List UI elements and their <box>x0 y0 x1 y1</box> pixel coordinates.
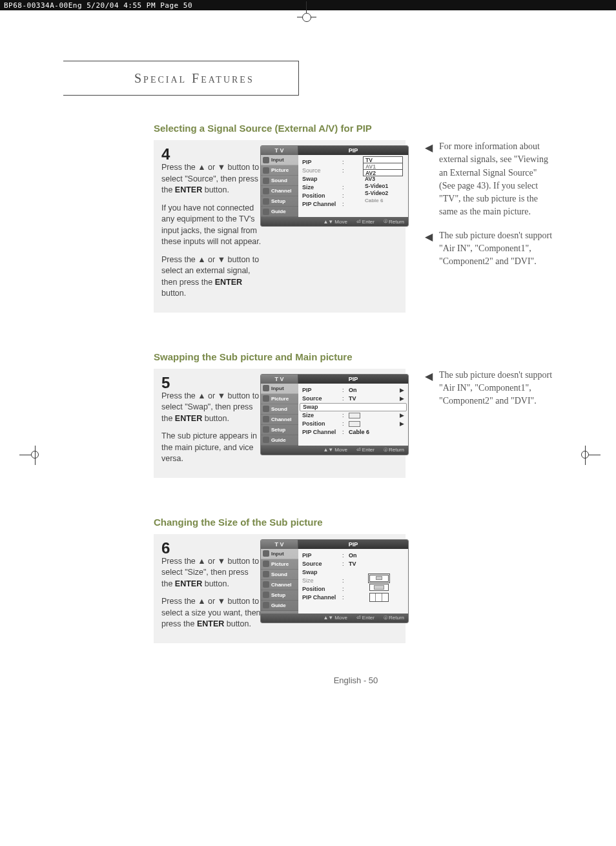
step-5-text-2: The sub picture appears in the main pict… <box>161 431 262 465</box>
step-6-text-2: Press the ▲ or ▼ button to select a size… <box>161 596 262 630</box>
chapter-header-box: Special Features <box>63 61 299 96</box>
osd-footer: ▲▼ Move ⏎ Enter ⦾ Return <box>261 217 408 226</box>
page-number-footer: English - 50 <box>154 656 558 685</box>
note-arrow-icon: ◀ <box>425 140 433 219</box>
step-4-text-1: Press the ▲ or ▼ button to select "Sourc… <box>161 162 262 196</box>
step-number-6: 6 <box>161 541 262 556</box>
size-option-small-icon <box>369 575 389 582</box>
step-5-text-1: Press the ▲ or ▼ button to select "Swap"… <box>161 391 262 425</box>
note-sub-unsupported-1: ◀ The sub picture doesn't support "Air I… <box>425 229 554 269</box>
osd-screenshot-swap: T V PIP Input Picture Sound Channel Setu… <box>260 374 409 455</box>
osd-screenshot-size: T V PIP Input Picture Sound Channel Setu… <box>260 539 409 623</box>
note-arrow-icon: ◀ <box>425 229 433 269</box>
note-external-signals: ◀ For more information about external si… <box>425 140 554 219</box>
chapter-title: Special Features <box>63 71 254 86</box>
step-6-text-1: Press the ▲ or ▼ button to select "Size"… <box>161 556 262 590</box>
step-number-4: 4 <box>161 147 262 162</box>
size-option-triple-icon <box>369 593 389 602</box>
osd-size-options <box>369 575 389 602</box>
section-heading-size: Changing the Size of the Sub picture <box>154 517 558 528</box>
section-heading-source: Selecting a Signal Source (External A/V)… <box>154 123 558 134</box>
osd-tab-pip: PIP <box>298 146 408 155</box>
step-number-5: 5 <box>161 375 262 391</box>
size-option-large-icon <box>369 584 389 591</box>
note-sub-unsupported-2: ◀ The sub picture doesn't support "Air I… <box>425 369 554 408</box>
osd-sidebar: Input Picture Sound Channel Setup Guide <box>261 155 298 217</box>
step-4-text-3: Press the ▲ or ▼ button to select an ext… <box>161 254 262 300</box>
osd-screenshot-source: T V PIP Input Picture Sound Channel Setu… <box>260 145 409 227</box>
step-4-block: 4 Press the ▲ or ▼ button to select "Sou… <box>154 140 406 313</box>
note-arrow-icon: ◀ <box>425 369 433 408</box>
osd-source-list: TV AV1 AV2 AV3 S-Video1 S-Video2 Cable 6 <box>363 156 403 204</box>
step-4-text-2: If you have not connected any equipment … <box>161 203 262 248</box>
step-6-block: 6 Press the ▲ or ▼ button to select "Siz… <box>154 534 406 643</box>
osd-tab-tv: T V <box>261 146 298 155</box>
step-5-block: 5 Press the ▲ or ▼ button to select "Swa… <box>154 369 406 478</box>
section-heading-swap: Swapping the Sub picture and Main pictur… <box>154 351 558 362</box>
